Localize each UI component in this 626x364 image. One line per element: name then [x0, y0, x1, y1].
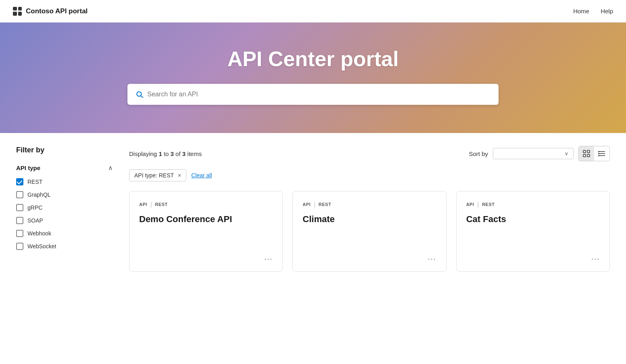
range-end: 3 — [171, 150, 174, 157]
api-type-options: REST GraphQL gRPC SOAP Webhook WebSocket — [16, 178, 113, 250]
card-header-1: API | REST — [303, 201, 436, 208]
list-view-icon — [598, 150, 605, 157]
topnav: Contoso API portal Home Help — [0, 0, 626, 23]
api-type-section-header: API type ∧ — [16, 164, 113, 172]
svg-point-11 — [598, 155, 599, 156]
api-card-climate[interactable]: API | REST Climate ... — [292, 191, 446, 272]
card-menu-2[interactable]: ... — [591, 253, 600, 262]
checkbox-graphql[interactable] — [16, 191, 23, 198]
filter-tag-label: API type: REST — [134, 172, 174, 179]
svg-rect-4 — [583, 154, 586, 157]
card-divider-2: | — [478, 201, 479, 208]
search-icon — [136, 90, 143, 98]
checkbox-websocket[interactable] — [16, 243, 23, 250]
svg-point-9 — [598, 151, 599, 152]
card-menu-1[interactable]: ... — [428, 253, 436, 262]
api-type-toggle-icon[interactable]: ∧ — [108, 164, 113, 172]
list-view-button[interactable] — [594, 146, 609, 161]
card-tag1-2: API — [466, 202, 474, 207]
card-title-2: Cat Facts — [466, 214, 600, 225]
card-tag1-0: API — [139, 202, 147, 207]
card-divider-0: | — [150, 201, 152, 208]
filter-label-webhook: Webhook — [27, 230, 51, 237]
sort-chevron-icon: ∨ — [565, 151, 568, 156]
sort-area: Sort by ∨ — [469, 146, 610, 161]
display-text: Displaying — [129, 150, 157, 157]
filter-option-rest[interactable]: REST — [16, 178, 113, 185]
svg-rect-3 — [587, 150, 590, 153]
nav-links: Home Help — [573, 8, 613, 15]
card-footer-0: ... — [139, 253, 273, 262]
results-header: Displaying 1 to 3 of 3 items Sort by ∨ — [129, 146, 610, 161]
checkbox-rest[interactable] — [16, 178, 23, 185]
svg-rect-2 — [583, 150, 586, 153]
sidebar: Filter by API type ∧ REST GraphQL gRPC S… — [16, 146, 113, 272]
filter-option-soap[interactable]: SOAP — [16, 217, 113, 224]
filter-label-soap: SOAP — [27, 217, 43, 224]
filter-label-websocket: WebSocket — [27, 243, 56, 250]
checkbox-webhook[interactable] — [16, 230, 23, 237]
brand-icon — [13, 7, 22, 16]
of-text: of — [175, 150, 181, 157]
sort-by-label: Sort by — [469, 150, 488, 157]
nav-help[interactable]: Help — [601, 8, 613, 15]
brand: Contoso API portal — [13, 7, 88, 16]
main-content: Filter by API type ∧ REST GraphQL gRPC S… — [0, 133, 626, 285]
card-menu-0[interactable]: ... — [264, 253, 273, 262]
hero-title: API Center portal — [13, 47, 613, 71]
card-footer-1: ... — [303, 253, 436, 262]
filter-tag-remove-icon[interactable]: × — [178, 172, 181, 179]
filter-label-grpc: gRPC — [27, 204, 42, 211]
grid-view-icon — [583, 150, 590, 157]
filter-option-grpc[interactable]: gRPC — [16, 204, 113, 211]
api-card-demo-conference[interactable]: API | REST Demo Conference API ... — [129, 191, 283, 272]
items-label: items — [187, 150, 202, 157]
svg-point-10 — [598, 153, 599, 154]
search-bar — [127, 84, 499, 105]
grid-view-button[interactable] — [579, 146, 594, 161]
total: 3 — [182, 150, 186, 157]
results-area: Displaying 1 to 3 of 3 items Sort by ∨ — [129, 146, 610, 272]
svg-line-1 — [141, 96, 142, 98]
rest-filter-tag[interactable]: API type: REST × — [129, 169, 186, 181]
card-header-0: API | REST — [139, 201, 273, 208]
card-header-2: API | REST — [466, 201, 600, 208]
active-filters: API type: REST × Clear all — [129, 169, 610, 181]
filter-by-title: Filter by — [16, 146, 113, 154]
card-tag2-2: REST — [482, 202, 495, 207]
range-to: to — [164, 150, 169, 157]
card-tag2-0: REST — [155, 202, 167, 207]
search-input[interactable] — [147, 91, 490, 98]
card-divider-1: | — [314, 201, 315, 208]
nav-home[interactable]: Home — [573, 8, 589, 15]
view-toggle — [578, 146, 610, 161]
card-title-0: Demo Conference API — [139, 214, 273, 225]
api-card-cat-facts[interactable]: API | REST Cat Facts ... — [456, 191, 610, 272]
card-footer-2: ... — [466, 253, 600, 262]
api-type-title: API type — [16, 164, 40, 171]
filter-option-graphql[interactable]: GraphQL — [16, 191, 113, 198]
card-title-1: Climate — [303, 214, 436, 225]
svg-rect-5 — [587, 154, 590, 157]
checkbox-soap[interactable] — [16, 217, 23, 224]
filter-option-websocket[interactable]: WebSocket — [16, 243, 113, 250]
brand-title: Contoso API portal — [26, 7, 88, 15]
results-count: Displaying 1 to 3 of 3 items — [129, 150, 202, 157]
filter-option-webhook[interactable]: Webhook — [16, 230, 113, 237]
card-tag2-1: REST — [319, 202, 331, 207]
sort-select[interactable]: ∨ — [493, 148, 574, 159]
hero-section: API Center portal — [0, 23, 626, 133]
range-start: 1 — [159, 150, 162, 157]
cards-grid: API | REST Demo Conference API ... API |… — [129, 191, 610, 272]
filter-label-rest: REST — [27, 179, 42, 185]
filter-label-graphql: GraphQL — [27, 191, 51, 198]
clear-all-button[interactable]: Clear all — [191, 172, 212, 179]
checkbox-grpc[interactable] — [16, 204, 23, 211]
card-tag1-1: API — [303, 202, 311, 207]
